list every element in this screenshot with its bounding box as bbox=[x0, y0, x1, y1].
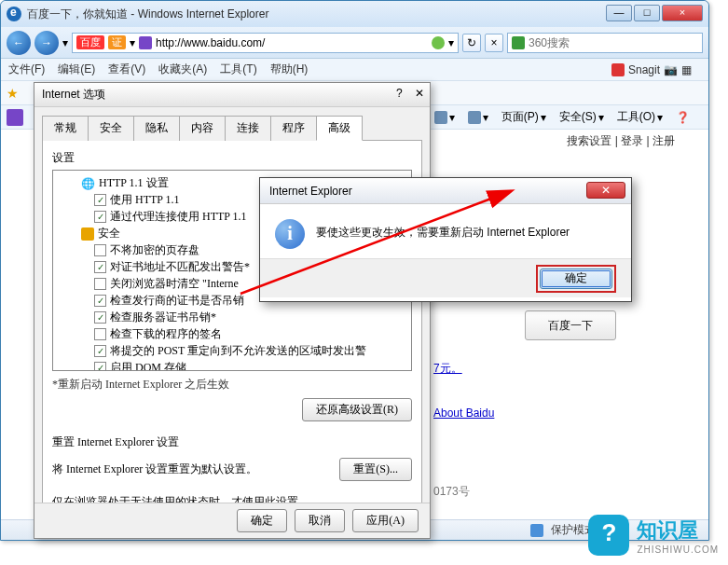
messagebox-close[interactable]: ✕ bbox=[586, 182, 625, 199]
checkbox[interactable]: ✓ bbox=[94, 261, 106, 273]
forward-button[interactable]: → bbox=[34, 31, 59, 55]
tab-programs[interactable]: 程序 bbox=[270, 116, 317, 141]
restart-note: *重新启动 Internet Explorer 之后生效 bbox=[52, 377, 412, 393]
apply-button[interactable]: 应用(A) bbox=[352, 509, 419, 532]
address-bar[interactable]: 百度 证 ▾ ▾ bbox=[72, 33, 459, 53]
info-icon: i bbox=[275, 219, 305, 249]
lock-icon bbox=[81, 227, 94, 241]
back-button[interactable]: ← bbox=[7, 31, 31, 55]
dropdown-icon[interactable]: ▾ bbox=[130, 36, 135, 49]
menubar: 文件(F) 编辑(E) 查看(V) 收藏夹(A) 工具(T) 帮助(H) Sna… bbox=[1, 59, 708, 81]
checkbox[interactable]: ✓ bbox=[94, 345, 106, 357]
refresh-button[interactable]: ↻ bbox=[462, 34, 481, 52]
tab-baidu[interactable] bbox=[7, 109, 23, 126]
logo-en: ZHISHIWU.COM bbox=[637, 544, 719, 555]
link-1[interactable]: 7元。 bbox=[433, 361, 494, 377]
dialog-tabs: 常规 安全 隐私 内容 连接 程序 高级 bbox=[42, 115, 422, 141]
icp-text: 0173号 bbox=[433, 484, 470, 500]
checkbox[interactable] bbox=[94, 278, 106, 290]
tools-menu[interactable]: 工具(O) ▾ bbox=[613, 107, 666, 127]
titlebar[interactable]: 百度一下，你就知道 - Windows Internet Explorer — … bbox=[1, 1, 708, 27]
link-about[interactable]: About Baidu bbox=[433, 407, 494, 420]
checkbox[interactable] bbox=[94, 328, 106, 340]
search-input[interactable] bbox=[529, 36, 698, 49]
checkbox[interactable]: ✓ bbox=[94, 211, 106, 223]
tab-security[interactable]: 安全 bbox=[88, 116, 134, 141]
search-icon bbox=[512, 36, 525, 49]
dropdown-icon[interactable]: ▾ bbox=[62, 36, 68, 49]
baidu-search-button[interactable]: 百度一下 bbox=[525, 310, 616, 340]
tab-content[interactable]: 内容 bbox=[179, 116, 226, 141]
baidu-badge: 百度 bbox=[76, 35, 104, 49]
window-title: 百度一下，你就知道 - Windows Internet Explorer bbox=[27, 7, 268, 22]
checkbox[interactable]: ✓ bbox=[94, 362, 106, 371]
watermark-logo: 知识屋 ZHISHIWU.COM bbox=[588, 515, 719, 556]
messagebox-text: 要使这些更改生效，需要重新启动 Internet Explorer bbox=[316, 219, 570, 241]
menu-fav[interactable]: 收藏夹(A) bbox=[158, 62, 207, 77]
menu-file[interactable]: 文件(F) bbox=[8, 62, 45, 77]
ok-highlight: 确定 bbox=[536, 265, 616, 293]
dialog-buttons: 确定 取消 应用(A) bbox=[34, 503, 430, 538]
restore-defaults-button[interactable]: 还原高级设置(R) bbox=[302, 398, 412, 421]
favorites-icon[interactable]: ★ bbox=[7, 86, 19, 101]
url-input[interactable] bbox=[156, 36, 428, 49]
globe-icon: 🌐 bbox=[81, 177, 95, 190]
menu-view[interactable]: 查看(V) bbox=[108, 62, 145, 77]
checkbox[interactable]: ✓ bbox=[94, 311, 106, 324]
snagit-icon bbox=[611, 63, 625, 76]
home-icon bbox=[434, 111, 447, 124]
tab-connections[interactable]: 连接 bbox=[225, 116, 271, 141]
secure-icon bbox=[432, 36, 445, 49]
close-button[interactable]: × bbox=[662, 5, 703, 21]
menu-help[interactable]: 帮助(H) bbox=[270, 62, 309, 77]
reset-button[interactable]: 重置(S)... bbox=[339, 458, 412, 481]
dropdown-icon[interactable]: ▾ bbox=[448, 36, 454, 49]
reset-text: 将 Internet Explorer 设置重置为默认设置。 bbox=[52, 462, 332, 477]
shield-icon bbox=[530, 524, 543, 537]
dialog-help-icon[interactable]: ? ✕ bbox=[396, 87, 424, 100]
ok-button[interactable]: 确定 bbox=[237, 509, 287, 532]
search-box[interactable] bbox=[507, 33, 703, 53]
top-links[interactable]: 搜索设置 | 登录 | 注册 bbox=[567, 133, 675, 149]
internet-options-dialog: Internet 选项 ? ✕ 常规 安全 隐私 内容 连接 程序 高级 设置 … bbox=[34, 82, 431, 539]
logo-icon bbox=[588, 515, 629, 556]
tab-privacy[interactable]: 隐私 bbox=[133, 116, 180, 141]
print-icon bbox=[468, 111, 481, 124]
reset-heading: 重置 Internet Explorer 设置 bbox=[52, 434, 412, 450]
messagebox-title[interactable]: Internet Explorer ✕ bbox=[260, 178, 631, 204]
cancel-button[interactable]: 取消 bbox=[295, 509, 345, 532]
logo-cn: 知识屋 bbox=[637, 517, 719, 544]
stop-button[interactable]: × bbox=[485, 34, 503, 52]
ie-icon bbox=[7, 7, 21, 21]
cert-badge: 证 bbox=[108, 35, 126, 49]
nav-row: ← → ▾ 百度 证 ▾ ▾ ↻ × bbox=[1, 27, 708, 59]
messagebox-ok-button[interactable]: 确定 bbox=[540, 269, 612, 289]
page-menu[interactable]: 页面(P) ▾ bbox=[498, 107, 550, 127]
checkbox[interactable]: ✓ bbox=[94, 295, 106, 307]
safety-menu[interactable]: 安全(S) ▾ bbox=[556, 107, 608, 127]
tab-general[interactable]: 常规 bbox=[42, 116, 89, 141]
help-button[interactable]: ❓ bbox=[672, 109, 694, 126]
settings-label: 设置 bbox=[52, 150, 412, 166]
home-button[interactable]: ▾ bbox=[431, 109, 459, 126]
checkbox[interactable] bbox=[94, 244, 106, 256]
restart-messagebox: Internet Explorer ✕ i 要使这些更改生效，需要重新启动 In… bbox=[259, 177, 632, 302]
print-button[interactable]: ▾ bbox=[464, 109, 492, 126]
dialog-title[interactable]: Internet 选项 ? ✕ bbox=[34, 83, 430, 107]
min-button[interactable]: — bbox=[606, 5, 632, 21]
checkbox[interactable]: ✓ bbox=[94, 194, 106, 206]
menu-edit[interactable]: 编辑(E) bbox=[58, 62, 95, 77]
site-icon bbox=[139, 36, 152, 49]
tab-advanced[interactable]: 高级 bbox=[316, 116, 363, 141]
snagit-toolbar[interactable]: Snagit📷▦ bbox=[611, 63, 692, 76]
max-button[interactable]: □ bbox=[634, 5, 660, 21]
menu-tools[interactable]: 工具(T) bbox=[220, 62, 256, 77]
